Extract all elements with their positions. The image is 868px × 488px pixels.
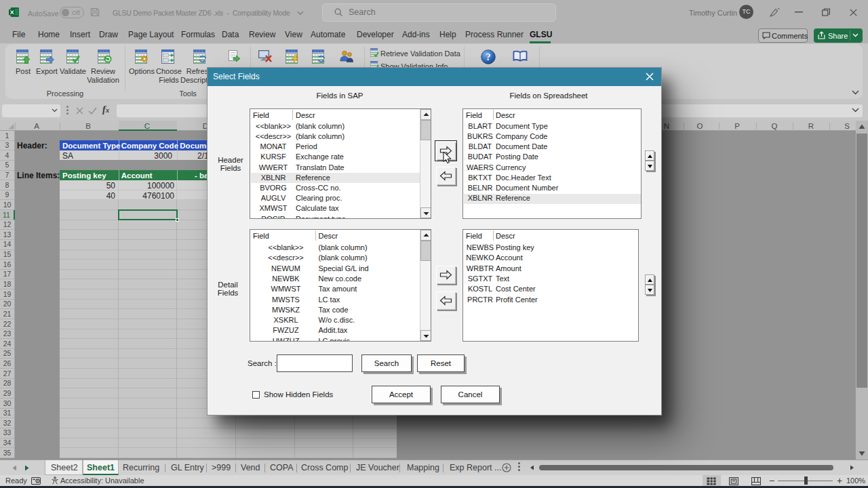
svg-text:?: ? (486, 52, 490, 62)
